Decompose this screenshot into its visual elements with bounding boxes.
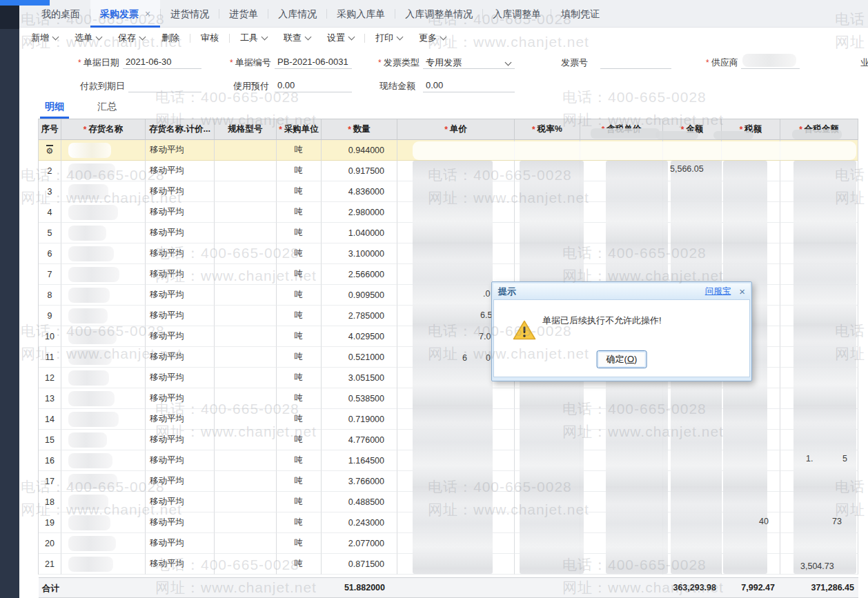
grid-cell[interactable]: 移动平均	[146, 450, 215, 471]
grid-cell[interactable]: 吨	[277, 140, 322, 161]
grid-cell[interactable]: 4.029500	[322, 326, 397, 347]
toolbar-button[interactable]: 保存	[110, 32, 153, 44]
grid-cell[interactable]	[215, 471, 277, 492]
grid-cell[interactable]	[215, 140, 277, 161]
field-input[interactable]	[741, 55, 800, 69]
grid-cell[interactable]	[215, 223, 277, 243]
toolbar-button[interactable]: 选单	[66, 32, 110, 44]
column-header[interactable]: 规格型号	[215, 119, 277, 140]
grid-cell[interactable]: 2	[39, 161, 61, 181]
grid-cell[interactable]: 移动平均	[146, 306, 215, 326]
grid-cell[interactable]: 移动平均	[146, 223, 215, 243]
grid-cell[interactable]: 2.566000	[322, 264, 397, 285]
column-header[interactable]: *税率%	[515, 119, 580, 140]
grid-cell[interactable]: 2.980000	[322, 202, 397, 223]
grid-cell[interactable]: 吨	[277, 450, 322, 471]
grid-cell[interactable]: 移动平均	[146, 368, 215, 388]
toolbar-button[interactable]: 打印	[367, 32, 411, 44]
grid-cell[interactable]: 移动平均	[146, 512, 215, 533]
grid-cell[interactable]: 吨	[277, 326, 322, 347]
grid-cell[interactable]	[61, 347, 146, 368]
grid-cell[interactable]: 0.944000	[322, 140, 397, 161]
grid-cell[interactable]: 吨	[277, 181, 322, 202]
grid-cell[interactable]	[61, 223, 146, 243]
document-tab[interactable]: 进货情况	[161, 0, 219, 28]
grid-cell[interactable]	[61, 306, 146, 326]
grid-cell[interactable]	[215, 492, 277, 512]
grid-cell[interactable]	[61, 140, 146, 161]
grid-cell[interactable]: 移动平均	[146, 492, 215, 512]
grid-cell[interactable]: 移动平均	[146, 140, 215, 161]
toolbar-button[interactable]: 联查	[275, 32, 319, 44]
grid-cell[interactable]	[61, 533, 146, 554]
grid-cell[interactable]: 吨	[277, 347, 322, 368]
grid-cell[interactable]	[215, 388, 277, 409]
grid-cell[interactable]: 11	[39, 347, 61, 368]
column-header[interactable]: *单价	[397, 119, 515, 140]
grid-cell[interactable]: 吨	[277, 243, 322, 264]
document-tab[interactable]: 采购发票×	[90, 0, 160, 28]
grid-cell[interactable]: 移动平均	[146, 326, 215, 347]
grid-cell[interactable]	[61, 430, 146, 450]
grid-cell[interactable]: 移动平均	[146, 347, 215, 368]
toolbar-button[interactable]: 新增	[23, 32, 66, 44]
dialog-titlebar[interactable]: 提示 问服宝 ×	[493, 283, 750, 299]
grid-cell[interactable]	[215, 554, 277, 575]
grid-cell[interactable]: 12	[39, 368, 61, 388]
grid-cell[interactable]	[215, 285, 277, 306]
grid-cell[interactable]	[215, 409, 277, 430]
grid-cell[interactable]: 15	[39, 430, 61, 450]
grid-cell[interactable]	[61, 554, 146, 575]
grid-cell[interactable]: 0.917500	[322, 161, 397, 181]
grid-cell[interactable]: 移动平均	[146, 430, 215, 450]
ok-button[interactable]: 确定(O)	[597, 350, 647, 368]
grid-cell[interactable]: 移动平均	[146, 264, 215, 285]
document-tab[interactable]: 入库调整单	[483, 0, 551, 28]
grid-cell[interactable]: 18	[39, 492, 61, 512]
grid-cell[interactable]	[61, 368, 146, 388]
grid-cell[interactable]	[215, 326, 277, 347]
grid-cell[interactable]	[61, 450, 146, 471]
grid-cell[interactable]: 4.836000	[322, 181, 397, 202]
toolbar-button[interactable]: 工具	[232, 32, 275, 44]
row-settings-icon[interactable]: ⚙	[46, 145, 54, 156]
grid-cell[interactable]: 0.871500	[322, 554, 397, 575]
grid-cell[interactable]: 19	[39, 512, 61, 533]
grid-cell[interactable]: 3.100000	[322, 243, 397, 264]
grid-cell[interactable]: 14	[39, 409, 61, 430]
field-input[interactable]: 专用发票	[423, 55, 515, 69]
grid-cell[interactable]: 移动平均	[146, 554, 215, 575]
grid-cell[interactable]: 0.243000	[322, 512, 397, 533]
field-input[interactable]: PB-2021-06-0031	[275, 55, 352, 69]
grid-cell[interactable]: 吨	[277, 223, 322, 243]
grid-cell[interactable]	[61, 202, 146, 223]
grid-cell[interactable]: 10	[39, 326, 61, 347]
grid-cell[interactable]: 吨	[277, 430, 322, 450]
column-header[interactable]: *采购单位	[277, 119, 322, 140]
grid-cell[interactable]: 移动平均	[146, 388, 215, 409]
grid-cell[interactable]: 吨	[277, 533, 322, 554]
column-header[interactable]: 存货名称.计价...	[146, 119, 215, 140]
grid-cell[interactable]	[61, 512, 146, 533]
grid-cell[interactable]: 吨	[277, 388, 322, 409]
grid-cell[interactable]: 吨	[277, 306, 322, 326]
grid-cell[interactable]	[215, 512, 277, 533]
field-input[interactable]: 0.00	[275, 79, 352, 92]
field-input[interactable]: 0.00	[423, 79, 515, 92]
document-tab[interactable]: 采购入库单	[327, 0, 395, 28]
grid-cell[interactable]	[215, 533, 277, 554]
grid-cell[interactable]: ⚙	[39, 140, 61, 161]
document-tab[interactable]: 入库调整单情况	[395, 0, 482, 28]
subtab-item[interactable]: 汇总	[92, 97, 121, 119]
toolbar-button[interactable]: 更多	[411, 32, 454, 44]
grid-cell[interactable]: 13	[39, 388, 61, 409]
grid-cell[interactable]	[61, 326, 146, 347]
grid-cell[interactable]: 3	[39, 181, 61, 202]
grid-cell[interactable]	[215, 450, 277, 471]
grid-cell[interactable]	[61, 492, 146, 512]
grid-cell[interactable]: 17	[39, 471, 61, 492]
grid-cell[interactable]	[215, 306, 277, 326]
grid-cell[interactable]: 3.766000	[322, 471, 397, 492]
grid-cell[interactable]: 吨	[277, 409, 322, 430]
grid-cell[interactable]	[215, 243, 277, 264]
